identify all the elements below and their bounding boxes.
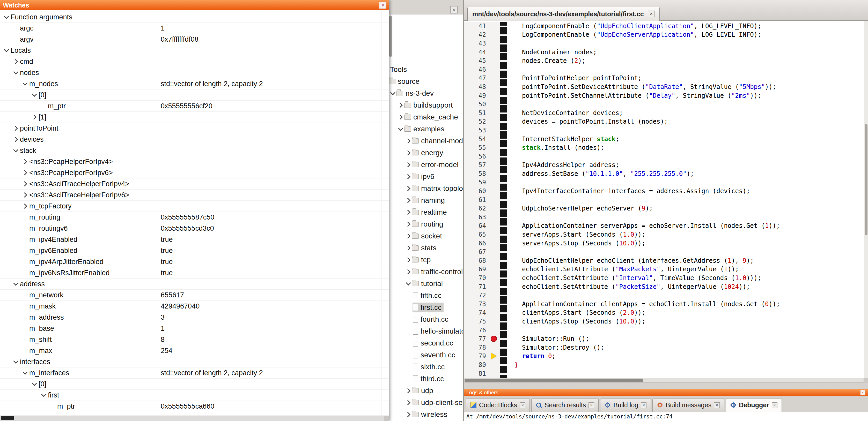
expander-icon[interactable] — [405, 161, 411, 169]
line-number[interactable]: 64 — [464, 222, 489, 230]
breakpoint-gutter[interactable] — [489, 135, 500, 143]
breakpoint-gutter[interactable] — [489, 178, 500, 187]
editor-tab-first-cc[interactable]: mnt/dev/tools/source/ns-3-dev/examples/t… — [467, 7, 660, 21]
code-line[interactable]: 50 — [464, 100, 864, 108]
line-number[interactable]: 80 — [464, 360, 489, 369]
expander-icon[interactable] — [405, 149, 411, 157]
tab-close-icon[interactable] — [520, 402, 525, 408]
vertical-scrollbar-thumb[interactable] — [865, 124, 867, 235]
breakpoint-gutter[interactable] — [489, 143, 500, 152]
breakpoint-gutter[interactable] — [489, 326, 500, 335]
log-tab-search-results[interactable]: Search results — [531, 398, 598, 412]
code-line[interactable]: 71 echoClient.SetAttribute ("PacketSize"… — [464, 282, 864, 291]
expander-icon[interactable] — [405, 137, 411, 145]
watch-row[interactable]: m_ptr0x5555555ca660 — [0, 401, 389, 412]
expander-icon[interactable] — [31, 380, 38, 388]
expander-icon[interactable] — [22, 202, 29, 210]
expander-icon[interactable] — [12, 58, 20, 65]
breakpoint-gutter[interactable] — [489, 291, 500, 300]
code-line[interactable]: 80} — [464, 360, 864, 369]
watch-row[interactable]: m_routing0x555555587c50 — [0, 212, 389, 223]
expander-icon[interactable] — [397, 101, 404, 109]
watch-row[interactable]: first — [0, 390, 389, 401]
watches-horizontal-scrollbar[interactable] — [0, 416, 389, 421]
watch-row[interactable]: argc1 — [0, 23, 389, 34]
expander-icon[interactable] — [22, 191, 29, 199]
editor-tab-close-icon[interactable] — [648, 10, 655, 17]
code-line[interactable]: 64 ApplicationContainer serverApps = ech… — [464, 222, 864, 230]
code-line[interactable]: 54 InternetStackHelper stack; — [464, 135, 864, 143]
code-line[interactable]: 79 return 0; — [464, 352, 864, 361]
code-line[interactable]: 60 Ipv4InterfaceContainer interfaces = a… — [464, 187, 864, 195]
breakpoint-gutter[interactable] — [489, 222, 500, 230]
line-number[interactable]: 54 — [464, 135, 489, 143]
watch-row[interactable]: <ns3::PcapHelperForIpv4> — [0, 156, 389, 167]
horizontal-scrollbar-thumb[interactable] — [465, 379, 643, 382]
expander-icon[interactable] — [405, 185, 411, 192]
code-line[interactable]: 53 — [464, 126, 864, 135]
watch-row[interactable]: m_ipv6Enabledtrue — [0, 245, 389, 256]
tab-close-icon[interactable] — [641, 402, 647, 408]
line-number[interactable]: 63 — [464, 213, 489, 222]
code-line[interactable]: 77 Simulator::Run (); — [464, 334, 864, 343]
expander-icon[interactable] — [405, 256, 411, 264]
expander-icon[interactable] — [405, 208, 411, 216]
watch-row[interactable]: m_tcpFactory — [0, 201, 389, 212]
breakpoint-gutter[interactable] — [489, 31, 500, 39]
watch-row[interactable]: Function arguments — [0, 12, 389, 23]
expander-icon[interactable] — [12, 135, 20, 143]
code-line[interactable]: 76 — [464, 326, 864, 335]
line-number[interactable]: 48 — [464, 83, 489, 91]
breakpoint-gutter[interactable] — [489, 300, 500, 309]
watch-row[interactable]: m_routingv60x5555555cd3c0 — [0, 223, 389, 234]
line-number[interactable]: 65 — [464, 230, 489, 239]
watch-row[interactable]: nodes — [0, 67, 389, 78]
line-number[interactable]: 81 — [464, 369, 489, 378]
expander-icon[interactable] — [405, 280, 411, 288]
expander-icon[interactable] — [22, 80, 29, 88]
code-line[interactable]: 48 pointToPoint.SetDeviceAttribute ("Dat… — [464, 83, 864, 91]
expander-icon[interactable] — [405, 244, 411, 252]
code-line[interactable]: 66 serverApps.Stop (Seconds (10.0)); — [464, 239, 864, 248]
breakpoint-gutter[interactable] — [489, 169, 500, 178]
watch-row[interactable]: m_ptr0x55555556cf20 — [0, 101, 389, 112]
breakpoint-gutter[interactable] — [489, 118, 500, 126]
editor-horizontal-scrollbar[interactable] — [464, 378, 864, 383]
expander-icon[interactable] — [405, 220, 411, 228]
breakpoint-gutter[interactable] — [489, 265, 500, 274]
log-tab-build-messages[interactable]: ⚙Build messages — [652, 398, 724, 412]
breakpoint-gutter[interactable] — [489, 360, 500, 369]
line-number[interactable]: 51 — [464, 108, 489, 118]
line-number[interactable]: 72 — [464, 291, 489, 300]
breakpoint-gutter[interactable] — [489, 39, 500, 48]
breakpoint-gutter[interactable] — [489, 352, 500, 361]
expander-icon[interactable] — [405, 197, 411, 204]
breakpoint-gutter[interactable] — [489, 161, 500, 170]
watch-row[interactable]: m_nodesstd::vector of length 2, capacity… — [0, 78, 389, 90]
expander-icon[interactable] — [397, 113, 404, 121]
code-line[interactable]: 59 — [464, 178, 864, 187]
expander-icon[interactable] — [22, 180, 29, 188]
watch-row[interactable]: <ns3::AsciiTraceHelperForIpv4> — [0, 179, 389, 190]
line-number[interactable]: 76 — [464, 326, 489, 335]
expander-icon[interactable] — [405, 387, 411, 395]
code-line[interactable]: 61 — [464, 195, 864, 204]
expander-icon[interactable] — [40, 391, 48, 399]
line-number[interactable]: 61 — [464, 195, 489, 204]
expander-icon[interactable] — [405, 399, 411, 407]
code-line[interactable]: 45 nodes.Create (2); — [464, 56, 864, 65]
code-line[interactable]: 78 Simulator::Destroy (); — [464, 343, 864, 352]
watch-row[interactable]: m_interfacesstd::vector of length 2, cap… — [0, 367, 389, 379]
logs-close-icon[interactable] — [860, 390, 865, 395]
watches-close-icon[interactable] — [379, 2, 386, 9]
watch-row[interactable]: [0] — [0, 90, 389, 101]
expander-icon[interactable] — [389, 90, 396, 97]
watch-row[interactable]: stack — [0, 145, 389, 156]
breakpoint-gutter[interactable] — [489, 309, 500, 317]
code-line[interactable]: 63 — [464, 213, 864, 222]
watch-row[interactable]: argv0x7fffffffdf08 — [0, 34, 389, 45]
expander-icon[interactable] — [12, 69, 20, 76]
code-line[interactable]: 52 devices = pointToPoint.Install (nodes… — [464, 118, 864, 126]
breakpoint-gutter[interactable] — [489, 282, 500, 291]
projects-scrollbar[interactable] — [389, 15, 392, 57]
